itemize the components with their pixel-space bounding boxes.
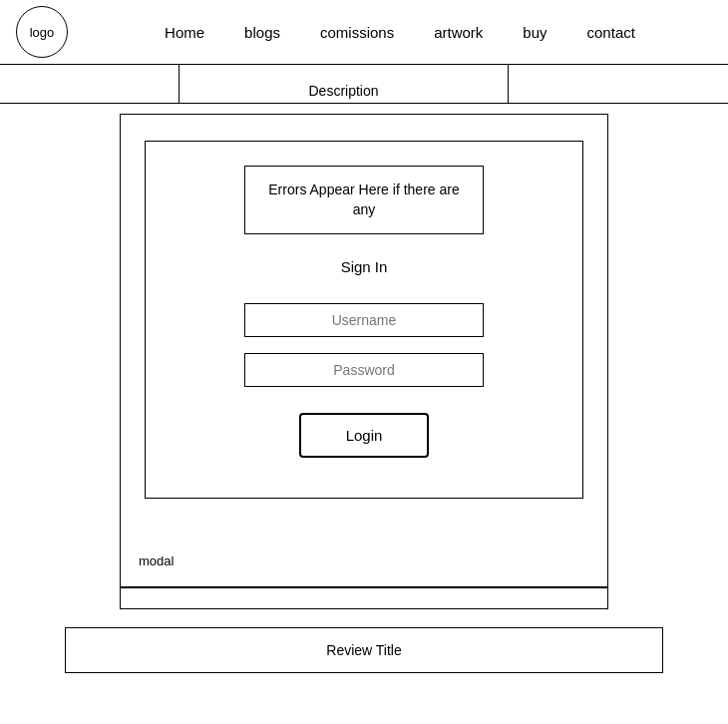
page: logo Home blogs comissions artwork buy c… xyxy=(0,0,728,673)
nav-blogs[interactable]: blogs xyxy=(244,24,280,41)
nav-contact[interactable]: contact xyxy=(587,24,635,41)
modal-label: modal xyxy=(139,553,174,568)
nav-links: Home blogs comissions artwork buy contac… xyxy=(88,24,712,41)
description-label: Description xyxy=(308,83,378,99)
username-input[interactable] xyxy=(244,303,484,337)
review-title: Review Title xyxy=(326,642,401,658)
navbar: logo Home blogs comissions artwork buy c… xyxy=(0,0,728,65)
nav-artwork[interactable]: artwork xyxy=(434,24,483,41)
login-button[interactable]: Login xyxy=(299,413,429,458)
desc-col-right xyxy=(509,65,728,103)
modal-inner-box: Errors Appear Here if there are any Sign… xyxy=(145,141,583,499)
nav-buy[interactable]: buy xyxy=(523,24,546,41)
footer-strip xyxy=(120,587,608,609)
error-text: Errors Appear Here if there are any xyxy=(268,181,459,217)
nav-comissions[interactable]: comissions xyxy=(320,24,394,41)
password-input[interactable] xyxy=(244,353,484,387)
modal-area: Errors Appear Here if there are any Sign… xyxy=(0,104,728,587)
logo-label: logo xyxy=(30,25,55,40)
description-row: Description xyxy=(0,65,728,104)
desc-col-center: Description xyxy=(180,65,509,103)
error-box: Errors Appear Here if there are any xyxy=(244,166,484,234)
review-title-bar: Review Title xyxy=(65,627,663,673)
sign-in-label: Sign In xyxy=(341,258,388,275)
logo: logo xyxy=(16,6,68,58)
nav-home[interactable]: Home xyxy=(165,24,204,41)
desc-col-left xyxy=(0,65,180,103)
modal-box: Errors Appear Here if there are any Sign… xyxy=(120,114,608,587)
